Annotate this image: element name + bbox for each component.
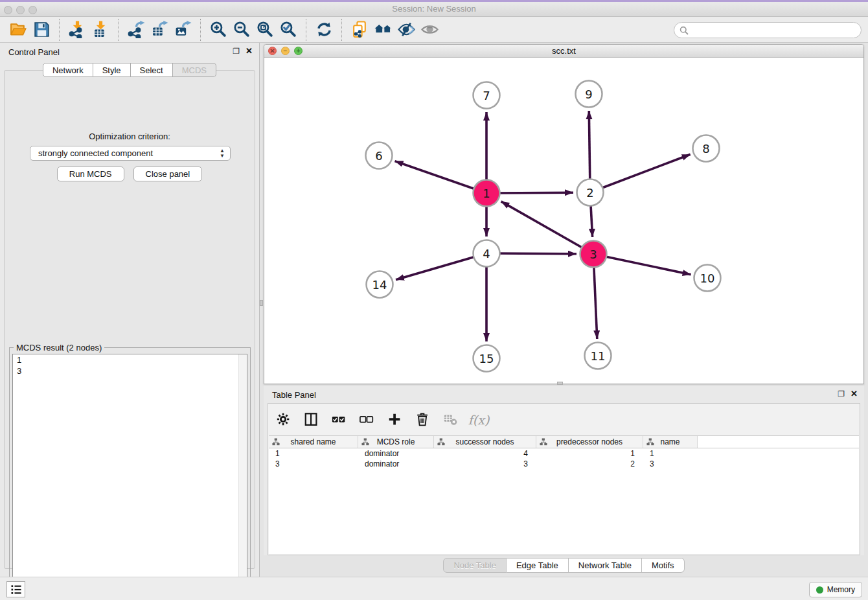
column-label: MCDS role — [377, 437, 415, 446]
import-network-button[interactable] — [65, 19, 89, 41]
export-network-button[interactable] — [124, 19, 148, 41]
tab-mcds[interactable]: MCDS — [173, 63, 216, 77]
toolbar-separator — [118, 19, 119, 41]
tab-style[interactable]: Style — [93, 63, 131, 77]
node-9[interactable]: 9 — [576, 81, 602, 108]
table-cell[interactable]: dominator — [358, 448, 434, 459]
toolbar-separator — [59, 19, 60, 41]
tab-select[interactable]: Select — [131, 63, 173, 77]
search-input[interactable] — [689, 24, 861, 37]
refresh-button[interactable] — [312, 19, 336, 41]
export-image-button[interactable] — [171, 19, 194, 41]
node-2[interactable]: 2 — [577, 179, 604, 206]
table-cell[interactable]: 2 — [536, 459, 643, 469]
close-panel-icon[interactable]: ✕ — [246, 47, 253, 56]
column-header-predecessor-nodes[interactable]: predecessor nodes — [536, 436, 643, 448]
float-table-panel-icon[interactable]: ❐ — [838, 389, 845, 398]
node-8[interactable]: 8 — [693, 135, 720, 162]
table-cell[interactable]: 3 — [269, 459, 358, 469]
zoom-out-button[interactable] — [230, 19, 253, 41]
column-header-name[interactable]: name — [643, 436, 698, 448]
hide-graphics-details-button[interactable] — [394, 19, 418, 41]
search-box[interactable] — [674, 22, 862, 38]
node-11[interactable]: 11 — [585, 343, 611, 369]
clone-network-button[interactable] — [348, 19, 371, 41]
memory-button[interactable]: Memory — [809, 582, 862, 597]
layout-button[interactable] — [371, 19, 394, 41]
column-type-icon — [361, 438, 369, 446]
edge-3-10[interactable] — [593, 254, 691, 275]
tab-network[interactable]: Network — [43, 63, 93, 77]
horizontal-splitter-handle[interactable] — [557, 382, 563, 385]
close-panel-button[interactable]: Close panel — [133, 167, 203, 181]
float-panel-icon[interactable]: ❐ — [233, 47, 240, 56]
mcds-result-list[interactable]: 13 — [12, 354, 247, 591]
node-7[interactable]: 7 — [474, 82, 500, 109]
node-6[interactable]: 6 — [366, 143, 393, 169]
run-mcds-button[interactable]: Run MCDS — [57, 167, 124, 181]
table-cell[interactable]: dominator — [358, 459, 434, 469]
mcds-tab-content: Optimization criterion: strongly connect… — [4, 70, 255, 569]
node-label: 11 — [591, 349, 606, 363]
select-all-columns-button[interactable] — [330, 411, 348, 429]
add-column-button[interactable] — [386, 411, 404, 429]
zoom-selected-button[interactable] — [277, 19, 300, 41]
table-cell[interactable]: 4 — [434, 448, 536, 459]
column-header-MCDS-role[interactable]: MCDS role — [358, 436, 434, 448]
edge-1-6[interactable] — [395, 161, 487, 193]
export-network-icon — [128, 21, 145, 38]
node-4[interactable]: 4 — [474, 240, 500, 267]
table-cell[interactable]: 1 — [269, 448, 358, 459]
table-cell[interactable]: 3 — [434, 459, 536, 469]
criterion-select[interactable]: strongly connected component ▲▼ — [30, 146, 231, 161]
task-history-button[interactable] — [6, 581, 25, 597]
close-table-panel-icon[interactable]: ✕ — [851, 389, 858, 398]
edge-2-8[interactable] — [590, 154, 691, 192]
table-cell[interactable]: 3 — [643, 459, 698, 469]
tab-network-table[interactable]: Network Table — [569, 558, 642, 573]
column-header-shared-name[interactable]: shared name — [269, 436, 358, 448]
zoom-in-button[interactable] — [207, 19, 230, 41]
column-header-successor-nodes[interactable]: successor nodes — [434, 436, 536, 448]
network-canvas[interactable]: 7 9 6 8 1 2 4 3 14 10 15 11 — [264, 58, 863, 384]
unselect-all-columns-button[interactable] — [358, 411, 376, 429]
show-columns-button[interactable] — [303, 411, 321, 429]
table-toolbar: f(x) — [275, 408, 488, 432]
tab-edge-table[interactable]: Edge Table — [507, 558, 569, 573]
column-label: name — [660, 437, 680, 446]
eye-slash-icon — [398, 21, 415, 38]
table-cell[interactable]: 1 — [643, 448, 698, 459]
show-details-button — [418, 19, 441, 41]
column-type-icon — [540, 438, 547, 446]
tab-motifs[interactable]: Motifs — [642, 558, 685, 573]
network-window-titlebar[interactable]: ✕ − + scc.txt — [264, 45, 863, 58]
node-label: 7 — [483, 89, 490, 102]
edge-3-1[interactable] — [501, 202, 593, 254]
table-row[interactable]: 1dominator411 — [269, 448, 859, 459]
vertical-splitter-handle[interactable] — [260, 300, 263, 306]
node-label: 9 — [585, 87, 592, 101]
tab-node-table[interactable]: Node Table — [443, 558, 507, 573]
node-10[interactable]: 10 — [694, 265, 721, 292]
open-session-button[interactable] — [6, 19, 30, 41]
zoom-fit-button[interactable] — [253, 19, 277, 41]
node-3[interactable]: 3 — [580, 241, 607, 268]
control-panel: Control Panel ❐ ✕ NetworkStyleSelectMCDS… — [0, 43, 260, 577]
delete-column-button[interactable] — [414, 411, 432, 429]
edge-4-14[interactable] — [396, 253, 486, 280]
node-14[interactable]: 14 — [367, 271, 393, 298]
network-window-title: scc.txt — [264, 46, 863, 56]
zoom-fit-icon — [257, 21, 274, 38]
mcds-result-item[interactable]: 3 — [13, 365, 247, 376]
result-scrollbar[interactable] — [238, 354, 247, 590]
node-15[interactable]: 15 — [474, 345, 500, 372]
export-table-button[interactable] — [148, 19, 171, 41]
homes-icon — [374, 21, 392, 38]
table-cell[interactable]: 1 — [536, 448, 643, 459]
import-table-button[interactable] — [89, 19, 112, 41]
table-settings-button[interactable] — [275, 411, 293, 429]
mcds-result-item[interactable]: 1 — [13, 354, 247, 365]
save-session-button[interactable] — [30, 19, 53, 41]
table-row[interactable]: 3dominator323 — [269, 459, 859, 469]
node-1[interactable]: 1 — [474, 180, 500, 207]
